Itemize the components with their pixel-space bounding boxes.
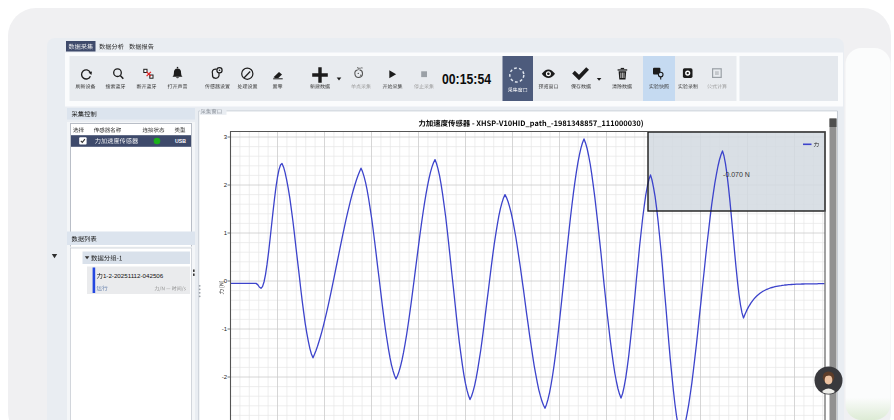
svg-text:1-2-20251112-042506: 1-2-20251112-042506 [103,272,164,279]
svg-text:-2: -2 [222,374,228,380]
svg-text:00:15:54: 00:15:54 [442,71,491,87]
svg-text:USB: USB [175,138,186,144]
svg-text:-0.070 N: -0.070 N [723,171,750,178]
svg-text:-1: -1 [222,326,228,332]
